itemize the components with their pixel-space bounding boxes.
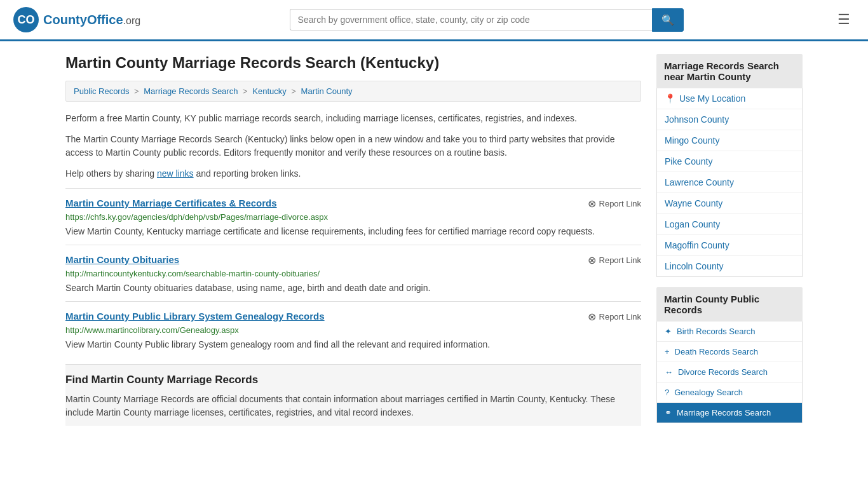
logo-icon: CO [13,6,39,33]
logo-text: CountyOffice.org [43,13,140,27]
public-record-icon-2: ↔ [665,367,673,377]
nearby-county-2[interactable]: Pike County [657,151,802,172]
public-record-item-1[interactable]: + Death Records Search [657,342,802,362]
nearby-county-3[interactable]: Lawrence County [657,172,802,193]
nearby-county-1[interactable]: Mingo County [657,130,802,151]
record-url-0[interactable]: https://chfs.ky.gov/agencies/dph/dehp/vs… [65,212,641,222]
record-title-0[interactable]: Martin County Marriage Certificates & Re… [65,198,277,208]
use-location-label: Use My Location [679,93,745,104]
find-section-text: Martin County Marriage Records are offic… [65,393,641,419]
report-link-0[interactable]: ⊗ Report Link [588,198,641,210]
record-title-2[interactable]: Martin County Public Library System Gene… [65,311,325,322]
record-desc-2: View Martin County Public library System… [65,338,641,351]
public-record-icon-4: ⚭ [665,408,672,417]
public-record-label-0: Birth Records Search [677,327,756,336]
public-records-header: Martin County Public Records [656,287,803,322]
report-link-2[interactable]: ⊗ Report Link [588,311,641,323]
report-link-1[interactable]: ⊗ Report Link [588,254,641,266]
header: CO CountyOffice.org 🔍 ☰ [0,0,868,41]
desc3-before: Help others by sharing [65,168,157,179]
use-my-location[interactable]: 📍 Use My Location [657,88,802,109]
report-icon-0: ⊗ [588,198,596,210]
breadcrumb-sep-3: > [291,86,298,96]
breadcrumb: Public Records > Marriage Records Search… [65,81,641,102]
public-records-items: ✦ Birth Records Search + Death Records S… [657,322,802,423]
breadcrumb-kentucky[interactable]: Kentucky [252,86,286,96]
svg-text:CO: CO [18,13,35,26]
desc3-after: and reporting broken links. [194,168,301,179]
breadcrumb-marriage-records[interactable]: Marriage Records Search [144,86,238,96]
nearby-counties-list: Johnson CountyMingo CountyPike CountyLaw… [657,109,802,276]
hamburger-icon: ☰ [837,11,850,27]
record-desc-1: Search Martin County obituaries database… [65,281,641,295]
breadcrumb-public-records[interactable]: Public Records [74,86,129,96]
nearby-county-4[interactable]: Wayne County [657,193,802,214]
nearby-section-header: Marriage Records Search near Martin Coun… [656,54,803,88]
description-2: The Martin County Marriage Records Searc… [65,133,641,159]
public-record-item-3[interactable]: ? Genealogy Search [657,383,802,403]
search-input[interactable] [290,9,652,30]
record-url-1[interactable]: http://martincountykentucky.com/searchab… [65,269,641,278]
public-record-item-4[interactable]: ⚭ Marriage Records Search [657,403,802,423]
record-url-2[interactable]: http://www.martincolibrary.com/Genealogy… [65,325,641,335]
breadcrumb-martin-county[interactable]: Martin County [301,86,353,96]
find-section-title: Find Martin County Marriage Records [65,374,641,386]
nearby-list: 📍 Use My Location Johnson CountyMingo Co… [656,88,803,277]
record-item-1: Martin County Obituaries ⊗ Report Link h… [65,245,641,301]
description-3: Help others by sharing new links and rep… [65,167,641,180]
menu-button[interactable]: ☰ [832,9,855,30]
public-record-item-2[interactable]: ↔ Divorce Records Search [657,362,802,383]
record-title-1[interactable]: Martin County Obituaries [65,254,179,265]
description-1: Perform a free Martin County, KY public … [65,112,641,125]
search-area: 🔍 [290,8,684,32]
search-button[interactable]: 🔍 [652,8,684,32]
public-record-label-3: Genealogy Search [674,388,743,397]
record-item-0: Martin County Marriage Certificates & Re… [65,188,641,245]
record-desc-0: View Martin County, Kentucky marriage ce… [65,225,641,238]
new-links-link[interactable]: new links [157,168,194,179]
report-label-0: Report Link [599,199,641,208]
public-record-icon-0: ✦ [665,327,672,336]
nearby-section: Marriage Records Search near Martin Coun… [656,54,803,277]
public-record-label-1: Death Records Search [675,347,759,356]
location-icon: 📍 [665,93,675,104]
public-record-label-4: Marriage Records Search [677,408,771,417]
public-record-icon-1: + [665,347,670,356]
main-layout: Martin County Marriage Records Search (K… [53,41,815,446]
breadcrumb-sep-1: > [134,86,141,96]
nearby-county-5[interactable]: Logan County [657,214,802,235]
logo-area: CO CountyOffice.org [13,6,140,33]
sidebar: Marriage Records Search near Martin Coun… [656,54,803,433]
breadcrumb-sep-2: > [243,86,250,96]
search-icon: 🔍 [661,15,674,25]
public-record-item-0[interactable]: ✦ Birth Records Search [657,322,802,342]
nearby-county-7[interactable]: Lincoln County [657,256,802,276]
content-area: Martin County Marriage Records Search (K… [65,54,641,433]
records-container: Martin County Marriage Certificates & Re… [65,188,641,358]
public-record-icon-3: ? [665,388,669,397]
report-icon-1: ⊗ [588,254,596,266]
report-icon-2: ⊗ [588,311,596,323]
report-label-1: Report Link [599,255,641,265]
report-label-2: Report Link [599,312,641,322]
find-section: Find Martin County Marriage Records Mart… [65,364,641,426]
page-title: Martin County Marriage Records Search (K… [65,54,641,72]
nearby-county-6[interactable]: Magoffin County [657,235,802,256]
nearby-county-0[interactable]: Johnson County [657,109,802,130]
public-records-section: Martin County Public Records ✦ Birth Rec… [656,287,803,423]
public-record-label-2: Divorce Records Search [678,367,768,377]
record-item-2: Martin County Public Library System Gene… [65,301,641,358]
public-records-list: ✦ Birth Records Search + Death Records S… [656,322,803,423]
